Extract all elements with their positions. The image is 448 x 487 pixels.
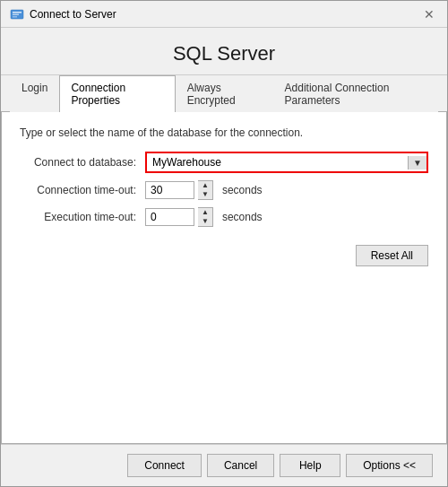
help-button[interactable]: Help [280,454,340,477]
execution-timeout-down-button[interactable]: ▼ [198,217,212,226]
dialog-footer: Connect Cancel Help Options << [1,444,447,486]
reset-area: Reset All [20,245,428,266]
reset-all-button[interactable]: Reset All [356,245,428,266]
connect-to-database-row: Connect to database: ▼ [20,152,428,173]
connect-to-server-dialog: Connect to Server ✕ SQL Server Login Con… [0,0,448,487]
connection-timeout-wrapper: ▲ ▼ seconds [145,180,428,200]
execution-timeout-up-button[interactable]: ▲ [198,208,212,217]
execution-timeout-label: Execution time-out: [20,211,145,223]
svg-rect-2 [13,13,19,15]
execution-timeout-spinner-buttons: ▲ ▼ [198,207,213,227]
title-bar-left: Connect to Server [10,7,116,22]
execution-timeout-wrapper: ▲ ▼ seconds [145,207,428,227]
tab-always-encrypted[interactable]: Always Encrypted [176,75,273,112]
svg-rect-1 [13,12,22,13]
options-button[interactable]: Options << [346,454,433,477]
svg-rect-3 [13,16,17,18]
connection-timeout-label: Connection time-out: [20,184,145,196]
execution-timeout-spinner: ▲ ▼ seconds [145,207,263,227]
tab-connection-properties[interactable]: Connection Properties [59,75,175,112]
execution-timeout-row: Execution time-out: ▲ ▼ seconds [20,207,428,227]
connection-timeout-spinner-buttons: ▲ ▼ [198,180,213,200]
title-bar-text: Connect to Server [30,8,116,21]
connection-timeout-row: Connection time-out: ▲ ▼ seconds [20,180,428,200]
dialog-icon [10,7,24,22]
close-button[interactable]: ✕ [420,8,438,21]
description-text: Type or select the name of the database … [20,126,428,139]
title-bar: Connect to Server ✕ [1,1,447,28]
connection-timeout-unit: seconds [222,184,263,196]
dialog-content: Type or select the name of the database … [1,112,447,444]
database-dropdown-wrapper: ▼ [145,152,428,173]
tab-additional-params[interactable]: Additional Connection Parameters [273,75,438,112]
connect-button[interactable]: Connect [127,454,202,477]
database-dropdown-button[interactable]: ▼ [408,156,426,170]
cancel-button[interactable]: Cancel [207,454,274,477]
execution-timeout-unit: seconds [222,211,263,223]
tab-login[interactable]: Login [10,75,59,112]
app-title: SQL Server [173,42,275,65]
execution-timeout-input[interactable] [145,208,194,226]
database-dropdown-input[interactable] [147,153,408,171]
connection-timeout-up-button[interactable]: ▲ [198,181,212,190]
connect-to-database-wrapper: ▼ [145,152,428,173]
connection-timeout-input[interactable] [145,181,194,199]
dialog-header: SQL Server [1,28,447,75]
connect-to-database-label: Connect to database: [20,156,145,169]
connection-timeout-down-button[interactable]: ▼ [198,190,212,199]
connection-timeout-spinner: ▲ ▼ seconds [145,180,263,200]
tab-bar: Login Connection Properties Always Encry… [1,75,447,112]
